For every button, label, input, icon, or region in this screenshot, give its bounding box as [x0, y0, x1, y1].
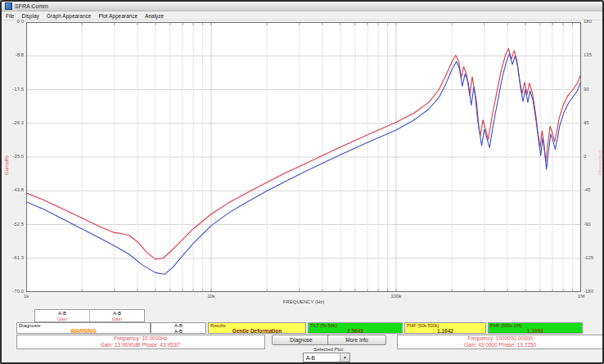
diagnose-button[interactable]: Diagnose — [272, 335, 331, 345]
y-axis-tick-right: 90 — [584, 87, 604, 92]
diagnosis-box: Diagnosis: WARNING — [16, 322, 151, 334]
pmf-50k-500k-box: PMF (50k-500k): 1.1642 — [404, 322, 486, 334]
menu-display[interactable]: Display — [21, 13, 38, 19]
cursor-gain-phase: Gain: 13.9690dB Phase: 43.9530° — [17, 342, 264, 348]
menu-plot-appearance[interactable]: Plot Appearance — [98, 13, 137, 19]
y-axis-tick-left: -26.3 — [2, 120, 24, 126]
cursor-readout-left: Frequency: 10.0000Hz Gain: 13.9690dB Pha… — [16, 335, 265, 349]
y-axis-tick-left: 0.0 — [2, 19, 24, 25]
y-axis-tick-right: 45 — [584, 120, 604, 126]
plot-list-item: A-B — [151, 329, 205, 335]
legend-plot-name: A-B — [90, 311, 144, 317]
x-axis-title: FREQUENCY (Hz) — [26, 299, 581, 304]
y-axis-tick-left: -43.8 — [2, 187, 24, 193]
diagnosis-status: WARNING — [17, 329, 150, 335]
frequency-response-plot — [26, 22, 581, 292]
cursor-frequency: Frequency: 1000000.00000 — [398, 335, 602, 342]
pmf-500k-1m-box: PMF (500k-1M): 1.1093 — [488, 322, 583, 334]
app-icon — [5, 2, 12, 10]
y-axis-tick-right: -45 — [584, 187, 604, 193]
x-axis-tick: 1M — [571, 294, 591, 299]
menu-graph-appearance[interactable]: Graph Appearance — [47, 13, 92, 19]
y-axis-tick-left: -52.5 — [2, 222, 24, 227]
cursor-frequency: Frequency: 10.0000Hz — [17, 335, 264, 342]
tilt-value: 2.5603 — [309, 328, 402, 334]
menu-analyze[interactable]: Analyze — [145, 13, 164, 19]
pmf2-value: 1.1093 — [489, 328, 582, 334]
cursor-gain-phase: Gain: 43.0600 Phase: 13.2250 — [398, 342, 602, 348]
tilt-result-box: TILT (5k-50k): 2.5603 — [308, 322, 403, 334]
y-axis-tick-right: -135 — [584, 255, 604, 261]
y-axis-tick-left: -8.8 — [2, 52, 24, 58]
y-axis-tick-right: -90 — [584, 222, 604, 227]
pmf1-value: 1.1642 — [405, 328, 485, 334]
y-axis-tick-left: -61.3 — [2, 255, 24, 261]
y-axis-tick-left: -17.5 — [2, 87, 24, 92]
results-value: Gentle Deformation — [209, 328, 305, 334]
legend-plot-name: A-B — [35, 311, 89, 317]
legend-cell: A-B Gain — [35, 310, 89, 321]
app-window: SFRA Comm File Display Graph Appearance … — [0, 0, 604, 364]
more-info-button[interactable]: More Info — [327, 335, 386, 345]
results-box: Results: Gentle Deformation — [208, 322, 306, 334]
cursor-readout-right: Frequency: 1000000.00000 Gain: 43.0600 P… — [397, 335, 603, 349]
legend-cell: A-B Gain — [89, 310, 144, 321]
y-axis-tick-left: -35.0 — [2, 154, 24, 160]
legend-trace-name: Gain — [35, 317, 89, 322]
x-axis-tick: 100k — [386, 294, 406, 299]
y-axis-tick-right: 0 — [584, 154, 604, 160]
selected-plot-value: A-B — [304, 355, 340, 361]
y-axis-tick-right: 180 — [584, 19, 604, 25]
chevron-down-icon[interactable]: ▼ — [340, 353, 349, 362]
window-title: SFRA Comm — [15, 3, 48, 10]
title-bar[interactable]: SFRA Comm — [2, 2, 602, 11]
menu-bar: File Display Graph Appearance Plot Appea… — [2, 11, 602, 20]
y-axis-tick-right: 135 — [584, 52, 604, 58]
plot-list-box: A-B A-B — [151, 322, 206, 334]
legend-box: A-B Gain A-B Gain — [34, 309, 145, 322]
x-axis-tick: 1k — [16, 294, 36, 299]
x-axis-tick: 10k — [201, 294, 221, 299]
selected-plot-label: Selected Plot: — [272, 347, 386, 352]
legend-trace-name: Gain — [90, 317, 144, 322]
menu-file[interactable]: File — [6, 13, 14, 19]
selected-plot-dropdown[interactable]: A-B ▼ — [303, 353, 350, 362]
